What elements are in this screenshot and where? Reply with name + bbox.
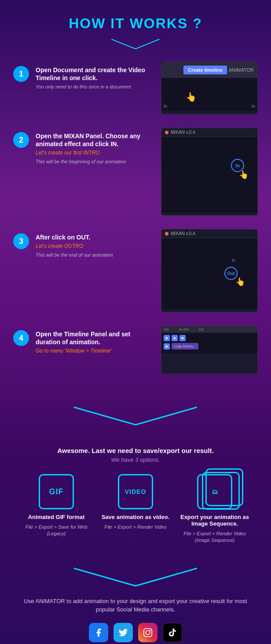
step-2-panel-header: MIXAN v.0.4. [161, 128, 257, 137]
header-section: HOW IT WORKS ? [0, 0, 271, 57]
step-4-text: Open the Timeline Panel and set duration… [36, 330, 154, 357]
instagram-icon[interactable] [138, 623, 157, 642]
step-2-highlight: Let's create our first INTRO [36, 150, 154, 156]
track-label: Logo Anima... [174, 344, 196, 348]
in-label-right: In [252, 104, 255, 109]
step-3-image: MIXAN v.0.4. In Out 👆 [161, 229, 258, 313]
step-3-note: This will be the end of our animation [36, 252, 154, 258]
steps-section: 1 Open Document and create the Video Tim… [0, 57, 271, 396]
step-3-heading: After click on OUT. [36, 233, 154, 241]
page-wrapper: HOW IT WORKS ? 1 Open Document and creat… [0, 0, 271, 644]
step-4-number: 4 [13, 330, 29, 346]
page-title: HOW IT WORKS ? [0, 15, 271, 32]
in-small-label: In [232, 258, 235, 263]
export-intro-sub: We have 3 options. [9, 456, 262, 463]
step-3-text: After click on OUT. Let's create OUTRO T… [36, 233, 154, 259]
step-1-image: Create timeline ANIMATOR 👆 In In [161, 62, 258, 114]
step-4-image: 15f 01:00f 15f ▶ ▶ ▶ ▶ Logo [161, 326, 258, 374]
cursor-icon-3: 👆 [235, 277, 245, 287]
step-4-left: 4 Open the Timeline Panel and set durati… [13, 326, 154, 357]
step-3-row: 3 After click on OUT. Let's create OUTRO… [13, 229, 258, 313]
export-video-icon-box: VIDEO [118, 474, 153, 509]
step-4-tracks: ▶ ▶ ▶ ▶ Logo Anima... [161, 333, 257, 353]
export-gif-label: GIF [49, 487, 64, 497]
step-1-note: You only need to do this once in a docum… [36, 84, 154, 90]
cursor-hand-icon: 👆 [186, 92, 197, 102]
step-4-highlight: Go to menu 'Window > Timeline' [36, 348, 154, 354]
export-section: Awesome. Last we need to save/export our… [0, 447, 271, 557]
svg-point-1 [146, 630, 150, 634]
step-2-left: 2 Open the MIXAN Panel. Choose any anima… [13, 128, 154, 166]
export-intro-heading: Awesome. Last we need to save/export our… [9, 447, 262, 454]
step-2-heading: Open the MIXAN Panel. Choose any animate… [36, 132, 154, 148]
step-2-panel-body: In 👆 [161, 137, 257, 213]
middle-chevron [13, 405, 258, 427]
step-3-mockui: MIXAN v.0.4. In Out 👆 [161, 229, 258, 313]
step-2-panel-title: MIXAN v.0.4. [171, 130, 196, 135]
facebook-icon[interactable] [89, 623, 108, 642]
track-bar-1: Logo Anima... [172, 343, 198, 350]
step-2-mockui: MIXAN v.0.4. In 👆 [161, 128, 258, 216]
export-imgseq: 🗂 Export your animation as Image Sequenc… [179, 474, 250, 544]
close-dot [165, 131, 168, 134]
step-3-panel-title: MIXAN v.0.4. [171, 231, 196, 236]
header-chevron [0, 35, 271, 53]
export-gif-path: File > Export > Save for Web (Legacy) [21, 524, 92, 537]
step-2-note: This will be the beginning of our animat… [36, 158, 154, 165]
export-imgseq-label: 🗂 [212, 488, 218, 495]
step-1-text: Open Document and create the Video Timel… [36, 66, 154, 91]
step-2-text: Open the MIXAN Panel. Choose any animate… [36, 132, 154, 166]
step-3-left: 3 After click on OUT. Let's create OUTRO… [13, 229, 154, 259]
step-4-row: 4 Open the Timeline Panel and set durati… [13, 326, 258, 374]
step-3-panel-header: MIXAN v.0.4. [161, 229, 257, 238]
step-4-mockui: 15f 01:00f 15f ▶ ▶ ▶ ▶ Logo [161, 326, 258, 374]
export-video: VIDEO Save animation as video. File > Ex… [100, 474, 171, 544]
step-2-image: MIXAN v.0.4. In 👆 [161, 128, 258, 216]
track-row-2: ▶ Logo Anima... [164, 343, 255, 350]
track-icon-4: ▶ [164, 343, 170, 350]
step-1-timeline: 👆 In In [161, 78, 257, 111]
in-label-left: In [164, 104, 167, 109]
svg-rect-0 [144, 629, 152, 637]
export-intro: Awesome. Last we need to save/export our… [9, 447, 262, 463]
footer-text: Use ANIMATOR to add animation to your de… [18, 597, 253, 614]
step-1-left: 1 Open Document and create the Video Tim… [13, 62, 154, 91]
svg-point-2 [150, 629, 151, 631]
bottom-chevron-section [0, 557, 271, 592]
export-video-label: VIDEO [125, 488, 146, 495]
create-timeline-btn: Create timeline [183, 66, 227, 74]
step-1-heading: Open Document and create the Video Timel… [36, 66, 154, 82]
step-1-number: 1 [13, 66, 29, 82]
step-3-number: 3 [13, 233, 29, 249]
track-row-1: ▶ ▶ ▶ [164, 335, 255, 341]
track-icon-2: ▶ [172, 335, 178, 341]
export-video-path: File > Export > Render Video [104, 524, 167, 530]
export-imgseq-path: File > Export > Render Video (Image Sequ… [179, 530, 250, 544]
export-gif-title: Animated GIF format [28, 514, 85, 520]
social-icons [18, 623, 253, 642]
step-1-toolbar: Create timeline ANIMATOR [161, 62, 257, 78]
cursor-icon-2: 👆 [239, 170, 249, 180]
step-2-row: 2 Open the MIXAN Panel. Choose any anima… [13, 128, 258, 216]
export-imgseq-icon-box: 🗂 [197, 474, 232, 509]
track-icon-3: ▶ [179, 335, 186, 341]
tiktok-icon[interactable] [163, 623, 182, 642]
footer-section: Use ANIMATOR to add animation to your de… [0, 592, 271, 644]
step-3-highlight: Let's create OUTRO [36, 243, 154, 249]
twitter-icon[interactable] [114, 623, 133, 642]
middle-section [0, 396, 271, 447]
export-imgseq-title: Export your animation as Image Sequence. [179, 514, 250, 527]
step-2-number: 2 [13, 132, 29, 148]
export-options: GIF Animated GIF format File > Export > … [9, 474, 262, 544]
export-gif-icon-box: GIF [39, 474, 74, 509]
close-dot-3 [165, 232, 168, 236]
track-icon-1: ▶ [164, 335, 170, 341]
step-1-mockui: Create timeline ANIMATOR 👆 In In [161, 62, 258, 114]
step-4-heading: Open the Timeline Panel and set duration… [36, 330, 154, 346]
step-1-row: 1 Open Document and create the Video Tim… [13, 62, 258, 114]
step-4-timeline-header: 15f 01:00f 15f [161, 326, 257, 333]
export-video-title: Save animation as video. [102, 514, 170, 520]
step-3-panel-body: In Out 👆 [161, 238, 257, 309]
export-gif: GIF Animated GIF format File > Export > … [21, 474, 92, 544]
animator-text: ANIMATOR [229, 67, 254, 73]
